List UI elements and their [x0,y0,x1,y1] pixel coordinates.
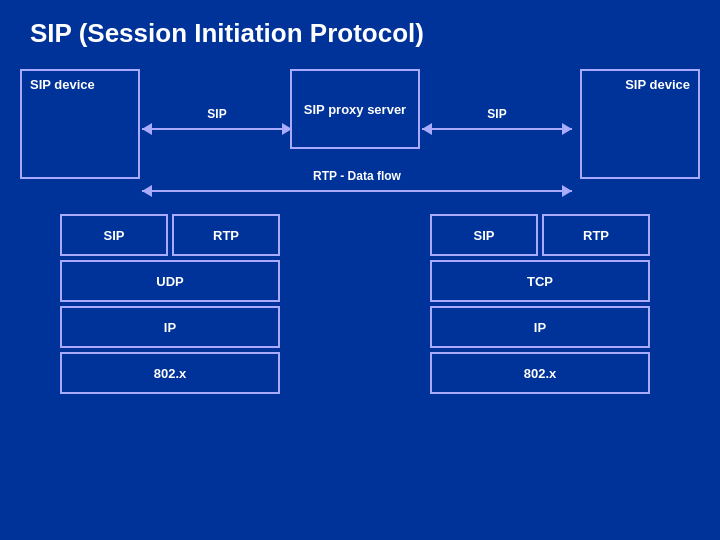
proxy-label: SIP proxy server [304,102,406,117]
sip-right-arrow: SIP [422,107,572,135]
sip-right-arrow-line [422,123,572,135]
sip-left-arrow: SIP [142,107,292,135]
sip-right-arrow-label: SIP [487,107,506,121]
right-protocol-stack: SIP RTP TCP IP 802.x [430,214,650,398]
left-802x-box: 802.x [60,352,280,394]
sip-left-arrow-label: SIP [207,107,226,121]
sip-proxy-box: SIP proxy server [290,69,420,149]
right-ip-box: IP [430,306,650,348]
right-tcp-box: TCP [430,260,650,302]
right-802x-box: 802.x [430,352,650,394]
left-sip-device-box: SIP device [20,69,140,179]
rtp-arrow-label: RTP - Data flow [313,169,401,183]
rtp-arrow-line [142,185,572,197]
left-rtp-box: RTP [172,214,280,256]
right-stack-row1: SIP RTP [430,214,650,256]
right-sip-device-box: SIP device [580,69,700,179]
right-sip-box: SIP [430,214,538,256]
right-rtp-box: RTP [542,214,650,256]
rtp-data-flow-arrow: RTP - Data flow [142,169,572,197]
sip-left-arrow-line [142,123,292,135]
left-sip-box: SIP [60,214,168,256]
left-protocol-stack: SIP RTP UDP IP 802.x [60,214,280,398]
left-udp-box: UDP [60,260,280,302]
left-stack-row1: SIP RTP [60,214,280,256]
right-device-label: SIP device [625,77,690,92]
page-title: SIP (Session Initiation Protocol) [0,0,720,59]
left-ip-box: IP [60,306,280,348]
left-device-label: SIP device [30,77,95,92]
diagram-area: SIP device SIP proxy server SIP device S… [0,59,720,539]
